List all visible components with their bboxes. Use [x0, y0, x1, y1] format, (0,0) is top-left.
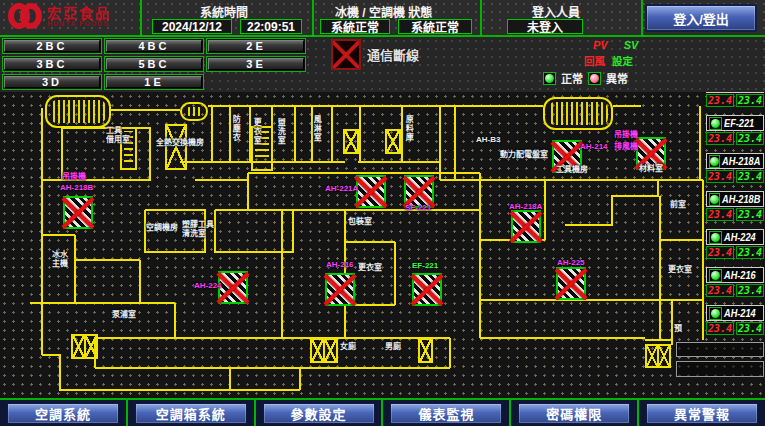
device-name: AH-214 — [724, 308, 756, 319]
device-sv-value: 23.4 — [736, 94, 764, 107]
company-logo: 宏亞食品 HUNYA FOODS — [8, 3, 111, 29]
device-plate[interactable]: AH-224 — [706, 229, 764, 245]
device-pv-value: 23.4 — [706, 322, 734, 335]
floor-button[interactable]: 5BC — [106, 58, 202, 70]
floor-button[interactable]: 2E — [208, 40, 304, 52]
ahu-status-value: 系統正常 — [398, 19, 472, 34]
spare-slot-box — [676, 361, 764, 377]
header-divider — [641, 0, 643, 37]
device-pv-value: 23.4 — [706, 246, 734, 259]
nav-button[interactable]: 空調箱系統 — [135, 403, 247, 424]
floor-button[interactable]: 4BC — [106, 40, 202, 52]
plan-label: 包裝室 — [348, 217, 372, 226]
plan-label: 女廁 — [340, 342, 356, 351]
floor-button[interactable]: 3E — [208, 58, 304, 70]
plan-label: 全熱交換機房 — [156, 138, 204, 147]
device-plate[interactable]: AH-218A — [706, 153, 764, 169]
device-name: EF-221 — [724, 118, 754, 129]
device-pv-value: 23.4 — [706, 284, 734, 297]
plan-label: AH-214 — [580, 142, 608, 151]
abnormal-led-icon — [588, 72, 601, 85]
nav-cell: 儀表監視 — [383, 400, 511, 426]
header-bar: 宏亞食品 HUNYA FOODS 系統時間 2024/12/12 22:09:5… — [0, 0, 765, 37]
device-item: AH-216 23.4 23.4 — [706, 267, 764, 297]
stair-icon — [45, 95, 111, 128]
hvac-monitoring-screen: 工具 借用室全熱交換機房防塵衣更衣室盥洗室風淋室原料庫AH-B3動力配電盤室工具… — [0, 0, 765, 426]
plan-label: 排風機 — [614, 142, 638, 151]
floor-buttons: 2BC4BC2E3BC5BC3E3D1E — [2, 38, 322, 92]
device-led-icon — [709, 193, 720, 206]
header-divider — [480, 0, 482, 37]
ahu-offline-icon[interactable] — [218, 271, 248, 304]
device-plate[interactable]: AH-214 — [706, 305, 764, 321]
elevator-shaft-icon — [343, 129, 359, 154]
normal-led-icon — [543, 72, 556, 85]
device-led-icon — [709, 155, 720, 168]
floor-button[interactable]: 2BC — [4, 40, 100, 52]
plan-label: 防塵衣 — [231, 115, 240, 142]
nav-button[interactable]: 儀表監視 — [390, 403, 502, 424]
plan-label: AH-224 — [194, 281, 222, 290]
floor-button[interactable]: 3BC — [4, 58, 100, 70]
normal-label: 正常 — [561, 70, 583, 86]
device-name: AH-218A — [722, 156, 760, 167]
device-pv-value: 23.4 — [706, 170, 734, 183]
device-led-icon — [709, 117, 722, 130]
spare-slot-box — [676, 342, 764, 357]
ahu-offline-icon[interactable] — [63, 196, 93, 229]
nav-button[interactable]: 空調系統 — [7, 403, 119, 424]
device-sv-value: 23.4 — [736, 170, 764, 183]
logo-icon — [8, 3, 42, 29]
header-divider — [140, 0, 142, 37]
floor-button[interactable]: 1E — [106, 76, 202, 88]
device-led-icon — [709, 231, 722, 244]
device-sv-value: 23.4 — [736, 284, 764, 297]
elevator-shaft-icon — [645, 344, 671, 368]
nav-button[interactable]: 參數設定 — [263, 403, 375, 424]
device-pv-value: 23.4 — [706, 132, 734, 145]
ahu-offline-icon[interactable] — [511, 210, 541, 243]
plan-label: 塑膠工具 清洗室 — [182, 220, 214, 238]
abnormal-label: 異常 — [606, 70, 628, 86]
plan-label: 男廁 — [385, 342, 401, 351]
elevator-shaft-icon — [71, 334, 98, 359]
nav-button[interactable]: 異常警報 — [646, 403, 758, 424]
comm-loss-label: 通信斷線 — [367, 45, 419, 64]
device-plate[interactable]: AH-218B — [706, 191, 764, 207]
sv-name-label: 設定 — [612, 53, 633, 68]
plan-label: 空調機房 — [146, 223, 178, 232]
device-item: AH-214 23.4 23.4 — [706, 305, 764, 335]
ahu-offline-icon[interactable] — [356, 175, 386, 208]
pv-label: PV — [593, 39, 608, 51]
nav-button[interactable]: 密碼權限 — [518, 403, 630, 424]
plan-label: SF-221 — [405, 203, 431, 212]
device-led-icon — [709, 307, 722, 320]
device-item: AH-218B 23.4 23.4 — [706, 191, 764, 221]
stair-icon — [180, 102, 208, 121]
device-plate[interactable]: EF-221 — [706, 115, 764, 131]
chiller-status-value: 系統正常 — [320, 19, 390, 34]
ahu-offline-icon[interactable] — [412, 273, 442, 306]
plan-label: AH-218A — [509, 202, 542, 211]
ahu-offline-icon[interactable] — [556, 267, 586, 300]
nav-cell: 空調箱系統 — [128, 400, 256, 426]
nav-cell: 異常警報 — [639, 400, 765, 426]
device-item: EF-221 23.4 23.4 — [706, 115, 764, 145]
ahu-offline-icon[interactable] — [325, 273, 355, 306]
device-plate[interactable]: AH-216 — [706, 267, 764, 283]
plan-label: 前室 — [670, 200, 686, 209]
elevator-shaft-icon — [418, 338, 433, 363]
bottom-nav: 空調系統 空調箱系統 參數設定 儀表監視 密碼權限 異常警報 — [0, 398, 765, 426]
nav-cell: 參數設定 — [256, 400, 384, 426]
device-name: AH-216 — [724, 270, 756, 281]
device-sv-value: 23.4 — [736, 246, 764, 259]
sv-label: SV — [624, 39, 639, 51]
system-date-value: 2024/12/12 — [152, 19, 232, 34]
plan-label: AH-218B — [60, 183, 93, 192]
plan-label: 泵浦室 — [112, 310, 136, 319]
login-logout-button[interactable]: 登入/登出 — [645, 4, 757, 32]
logo-name: 宏亞食品 — [47, 6, 111, 20]
floor-button[interactable]: 3D — [4, 76, 100, 88]
elevator-shaft-icon — [310, 338, 338, 363]
logo-subname: HUNYA FOODS — [47, 20, 111, 27]
